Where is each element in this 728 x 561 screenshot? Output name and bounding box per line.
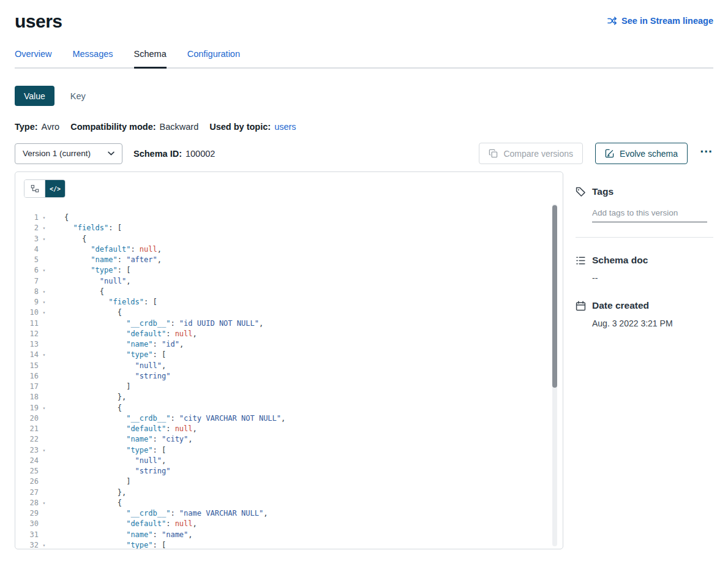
tab-messages[interactable]: Messages — [72, 49, 113, 67]
tags-heading: Tags — [592, 186, 614, 197]
line-number: 32 — [15, 540, 39, 549]
code-text: "__crdb__": "name VARCHAR NULL", — [47, 508, 268, 519]
stream-lineage-link[interactable]: See in Stream lineage — [607, 16, 713, 26]
code-line: 18 }, — [15, 392, 563, 402]
fold-toggle-icon[interactable]: ▾ — [39, 297, 47, 307]
tree-view-button[interactable] — [24, 180, 45, 197]
code-line: 13 "name": "id", — [15, 339, 563, 350]
line-number: 21 — [15, 424, 39, 434]
code-line: 9▾ "fields": [ — [15, 297, 563, 307]
compatibility-label: Compatibility mode: — [70, 122, 156, 132]
code-line: 24 "null", — [15, 456, 563, 466]
editor-view-toggle: </> — [24, 179, 66, 198]
code-text: "name": "city", — [47, 434, 193, 445]
more-options-button[interactable]: ⋯ — [700, 145, 713, 162]
schema-doc-heading: Schema doc — [592, 255, 648, 266]
fold-toggle-icon[interactable]: ▾ — [39, 403, 47, 413]
date-created-section: Date created Aug. 3 2022 3:21 PM — [576, 300, 713, 328]
schema-id-label: Schema ID: — [133, 149, 182, 159]
code-line: 17 ] — [15, 382, 563, 392]
fold-toggle-icon[interactable]: ▾ — [39, 265, 47, 276]
schema-id: Schema ID: 100002 — [133, 149, 215, 159]
editor-scrollbar-track[interactable] — [552, 204, 557, 546]
tags-input[interactable] — [592, 206, 707, 222]
schema-doc-heading-row: Schema doc — [576, 255, 713, 266]
code-text: "default": null, — [47, 329, 197, 339]
code-line: 3▾ { — [15, 234, 563, 244]
line-number: 19 — [15, 403, 39, 413]
compare-versions-button[interactable]: Compare versions — [479, 143, 583, 164]
code-view-button[interactable]: </> — [45, 180, 65, 197]
version-select[interactable]: Version 1 (current) — [15, 143, 122, 164]
code-line: 32▾ "type": [ — [15, 540, 563, 549]
code-text: ] — [47, 476, 130, 487]
line-number: 3 — [15, 234, 39, 244]
code-line: 28▾ { — [15, 498, 563, 508]
code-text: "name": "name", — [47, 530, 193, 540]
line-number: 5 — [15, 255, 39, 265]
version-bar-actions: Compare versions Evolve schema ⋯ — [479, 143, 713, 164]
fold-toggle-icon[interactable]: ▾ — [39, 540, 47, 549]
fold-toggle-icon[interactable]: ▾ — [39, 223, 47, 233]
code-text: "name": "after", — [47, 255, 162, 265]
fold-toggle-icon[interactable]: ▾ — [39, 287, 47, 297]
fold-toggle-icon[interactable]: ▾ — [39, 445, 47, 456]
code-text: "null", — [47, 456, 166, 466]
tab-bar: Overview Messages Schema Configuration — [15, 49, 713, 69]
editor-scrollbar-thumb[interactable] — [552, 205, 557, 388]
page-header: users See in Stream lineage — [15, 11, 713, 32]
topic-link[interactable]: users — [274, 122, 296, 132]
line-number: 8 — [15, 287, 39, 297]
stream-lineage-icon — [607, 17, 617, 25]
key-toggle-button[interactable]: Key — [70, 91, 86, 101]
compare-icon — [489, 149, 498, 158]
fold-toggle-icon[interactable]: ▾ — [39, 350, 47, 360]
code-line: 14▾ "type": [ — [15, 350, 563, 360]
code-line: 16 "string" — [15, 371, 563, 382]
compatibility-value: Backward — [160, 122, 199, 132]
fold-toggle-icon[interactable]: ▾ — [39, 498, 47, 508]
code-text: }, — [47, 488, 126, 498]
evolve-schema-button[interactable]: Evolve schema — [595, 143, 688, 164]
line-number: 24 — [15, 456, 39, 466]
code-line: 4 "default": null, — [15, 244, 563, 255]
version-select-value: Version 1 (current) — [23, 149, 91, 158]
code-text: "type": [ — [47, 265, 130, 276]
page-title: users — [15, 11, 62, 32]
schema-id-value: 100002 — [186, 149, 215, 159]
code-text: { — [47, 307, 122, 318]
code-text: "type": [ — [47, 350, 166, 360]
code-line: 26 ] — [15, 476, 563, 487]
fold-toggle-icon[interactable]: ▾ — [39, 234, 47, 244]
code-text: "default": null, — [47, 424, 197, 434]
calendar-icon — [576, 301, 586, 311]
line-number: 12 — [15, 329, 39, 339]
schema-editor-panel: </> 1▾{2▾ "fields": [3▾ {4 "default": nu… — [15, 171, 563, 549]
line-number: 11 — [15, 318, 39, 329]
code-line: 19▾ { — [15, 403, 563, 413]
code-line: 31 "name": "name", — [15, 530, 563, 540]
main-content: </> 1▾{2▾ "fields": [3▾ {4 "default": nu… — [15, 171, 713, 549]
code-lines: 1▾{2▾ "fields": [3▾ {4 "default": null,5… — [15, 213, 563, 549]
code-line: 29 "__crdb__": "name VARCHAR NULL", — [15, 508, 563, 519]
type-value: Avro — [42, 122, 60, 132]
line-number: 25 — [15, 466, 39, 476]
tab-overview[interactable]: Overview — [15, 49, 51, 67]
code-line: 7 "null", — [15, 276, 563, 287]
line-number: 13 — [15, 339, 39, 350]
code-line: 11 "__crdb__": "id UUID NOT NULL", — [15, 318, 563, 329]
tab-schema[interactable]: Schema — [134, 49, 167, 69]
fold-toggle-icon[interactable]: ▾ — [39, 213, 47, 223]
line-number: 18 — [15, 392, 39, 402]
code-text: ] — [47, 382, 130, 392]
line-number: 27 — [15, 488, 39, 498]
tab-configuration[interactable]: Configuration — [187, 49, 240, 67]
stream-lineage-label: See in Stream lineage — [621, 16, 713, 26]
code-line: 15 "null", — [15, 361, 563, 371]
line-number: 29 — [15, 508, 39, 519]
date-created-value: Aug. 3 2022 3:21 PM — [592, 318, 713, 328]
fold-toggle-icon[interactable]: ▾ — [39, 307, 47, 318]
value-toggle-button[interactable]: Value — [15, 86, 54, 106]
line-number: 7 — [15, 276, 39, 287]
list-icon — [576, 255, 586, 266]
